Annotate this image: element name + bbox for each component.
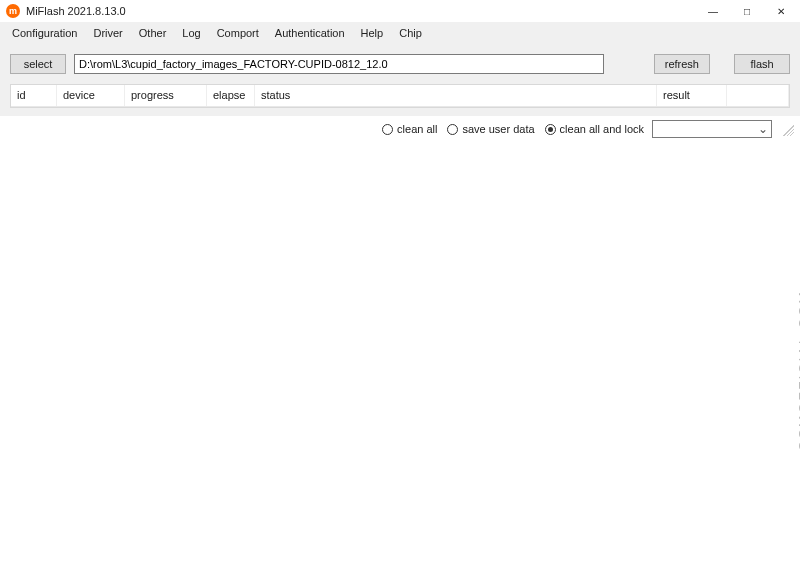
menu-comport[interactable]: Comport: [209, 25, 267, 41]
device-grid: id device progress elapse status result: [10, 84, 790, 108]
resize-grip-icon[interactable]: [780, 122, 794, 136]
column-status[interactable]: status: [255, 85, 657, 106]
menu-help[interactable]: Help: [353, 25, 392, 41]
menu-authentication[interactable]: Authentication: [267, 25, 353, 41]
radio-icon: [545, 124, 556, 135]
menu-log[interactable]: Log: [174, 25, 208, 41]
titlebar: m MiFlash 2021.8.13.0 — □ ✕: [0, 0, 800, 22]
grid-header: id device progress elapse status result: [11, 85, 789, 107]
radio-label: save user data: [462, 123, 534, 135]
radio-icon: [447, 124, 458, 135]
menubar: Configuration Driver Other Log Comport A…: [0, 22, 800, 42]
menu-configuration[interactable]: Configuration: [4, 25, 85, 41]
radio-save-user-data[interactable]: save user data: [445, 123, 536, 135]
column-progress[interactable]: progress: [125, 85, 207, 106]
radio-clean-all[interactable]: clean all: [380, 123, 439, 135]
column-id[interactable]: id: [11, 85, 57, 106]
app-icon: m: [6, 4, 20, 18]
footer: clean all save user data clean all and l…: [0, 116, 800, 142]
column-tail: [727, 85, 789, 106]
column-device[interactable]: device: [57, 85, 125, 106]
window-title: MiFlash 2021.8.13.0: [26, 5, 696, 17]
radio-clean-all-and-lock[interactable]: clean all and lock: [543, 123, 646, 135]
path-input[interactable]: [74, 54, 604, 74]
menu-other[interactable]: Other: [131, 25, 175, 41]
radio-label: clean all and lock: [560, 123, 644, 135]
close-button[interactable]: ✕: [764, 0, 798, 22]
select-button[interactable]: select: [10, 54, 66, 74]
main-area: select refresh flash id device progress …: [0, 42, 800, 116]
refresh-button[interactable]: refresh: [654, 54, 710, 74]
column-elapse[interactable]: elapse: [207, 85, 255, 106]
minimize-button[interactable]: —: [696, 0, 730, 22]
column-result[interactable]: result: [657, 85, 727, 106]
mode-combo[interactable]: [652, 120, 772, 138]
flash-button[interactable]: flash: [734, 54, 790, 74]
menu-chip[interactable]: Chip: [391, 25, 430, 41]
radio-icon: [382, 124, 393, 135]
toolbar-row: select refresh flash: [10, 54, 790, 74]
menu-driver[interactable]: Driver: [85, 25, 130, 41]
maximize-button[interactable]: □: [730, 0, 764, 22]
radio-label: clean all: [397, 123, 437, 135]
watermark: GSMOFFICIAL.COM: [796, 290, 800, 451]
